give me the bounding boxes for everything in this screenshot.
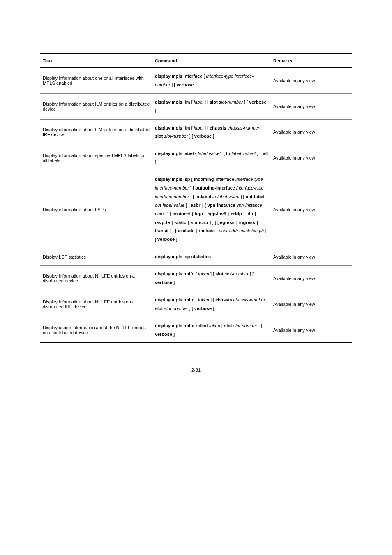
table-row: Display information about NHLFE entries …	[40, 266, 352, 291]
remarks-cell: Available in any view	[271, 248, 352, 266]
command-cell: display mpls nhlfe reflist token [ slot …	[152, 317, 271, 343]
table-row: Display information about NHLFE entries …	[40, 291, 352, 317]
remarks-cell: Available in any view	[271, 291, 352, 317]
task-cell: Display information about ILM entries on…	[40, 93, 152, 119]
task-cell: Display information about ILM entries on…	[40, 119, 152, 145]
table-row: Display information about ILM entries on…	[40, 93, 352, 119]
table-row: Display information about ILM entries on…	[40, 119, 352, 145]
command-cell: display mpls nhlfe [ token ] [ chassis c…	[152, 291, 271, 317]
table-row: Display information about specified MPLS…	[40, 145, 352, 171]
task-cell: Display information about LSPs	[40, 171, 152, 248]
task-cell: Display information about NHLFE entries …	[40, 291, 152, 317]
command-cell: display mpls ilm [ label ] [ slot slot-n…	[152, 93, 271, 119]
col-header-remarks: Remarks	[271, 54, 352, 68]
remarks-cell: Available in any view	[271, 119, 352, 145]
table-row: Display information about one or all int…	[40, 68, 352, 94]
remarks-cell: Available in any view	[271, 68, 352, 94]
page-number: 2-31	[40, 368, 352, 372]
task-cell: Display information about NHLFE entries …	[40, 266, 152, 291]
command-cell: display mpls label { label-value1 [ to l…	[152, 145, 271, 171]
remarks-cell: Available in any view	[271, 145, 352, 171]
remarks-cell: Available in any view	[271, 93, 352, 119]
table-row: Display LSP statisticsdisplay mpls lsp s…	[40, 248, 352, 266]
remarks-cell: Available in any view	[271, 317, 352, 343]
table-row: Display usage information about the NHLF…	[40, 317, 352, 343]
command-cell: display mpls lsp statistics	[152, 248, 271, 266]
table-row: Display information about LSPsdisplay mp…	[40, 171, 352, 248]
command-cell: display mpls nhlfe [ token ] [ slot slot…	[152, 266, 271, 291]
task-cell: Display information about specified MPLS…	[40, 145, 152, 171]
task-cell: Display usage information about the NHLF…	[40, 317, 152, 343]
task-cell: Display information about one or all int…	[40, 68, 152, 94]
command-cell: display mpls ilm [ label ] [ chassis cha…	[152, 119, 271, 145]
task-cell: Display LSP statistics	[40, 248, 152, 266]
remarks-cell: Available in any view	[271, 266, 352, 291]
command-table: Task Command Remarks Display information…	[40, 53, 352, 343]
command-cell: display mpls lsp [ incoming-interface in…	[152, 171, 271, 248]
col-header-task: Task	[40, 54, 152, 68]
col-header-command: Command	[152, 54, 271, 68]
remarks-cell: Available in any view	[271, 171, 352, 248]
command-cell: display mpls interface [ interface-type …	[152, 68, 271, 94]
